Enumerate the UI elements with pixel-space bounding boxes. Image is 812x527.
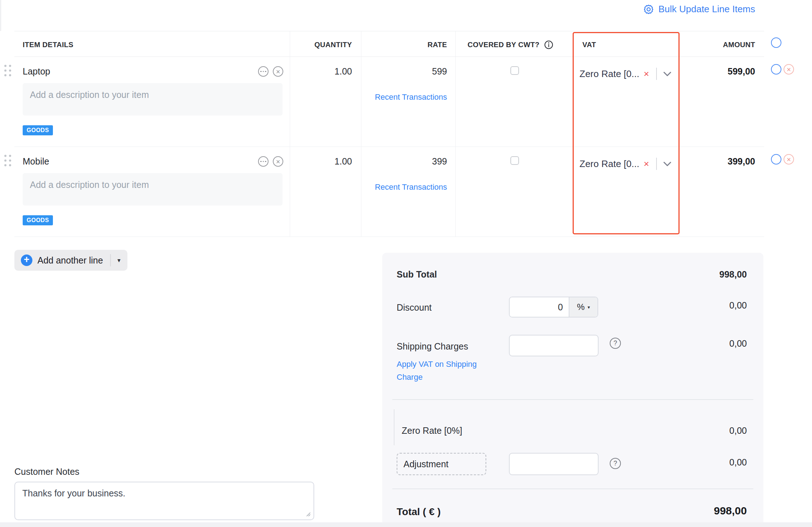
adjustment-label-field[interactable]: Adjustment (397, 453, 486, 475)
quantity-value[interactable]: 1.00 (290, 57, 361, 147)
discount-unit-label: % (577, 302, 585, 312)
covered-by-cwt-cell (455, 147, 574, 237)
add-another-line-button[interactable]: + Add another line ▾ (14, 250, 127, 271)
chevron-down-icon[interactable] (663, 162, 671, 168)
rate-value[interactable]: 599 (432, 66, 447, 77)
discount-unit-dropdown[interactable]: % ▾ (569, 297, 597, 317)
row-delete-icon[interactable]: × (784, 64, 794, 75)
item-remove-icon[interactable]: × (273, 156, 283, 167)
rate-cell: 399 Recent Transactions (361, 147, 455, 237)
line-item-row-mobile: Mobile × GOODS 1.00 399 Recent Transacti… (14, 147, 764, 237)
table-menu-icon[interactable] (771, 37, 781, 48)
vat-clear-icon[interactable]: × (644, 69, 649, 78)
drag-handle-icon[interactable] (4, 155, 14, 169)
header-covered-by-cwt-label: COVERED BY CWT? (468, 41, 540, 57)
item-menu-icon[interactable] (258, 66, 269, 77)
item-description-input[interactable] (23, 83, 283, 116)
quantity-value[interactable]: 1.00 (290, 147, 361, 237)
discount-label: Discount (397, 302, 432, 313)
adjustment-amount: 0,00 (729, 457, 747, 468)
item-details-cell: Mobile × GOODS (14, 147, 290, 237)
add-another-line-label: Add another line (37, 255, 103, 266)
item-details-cell: Laptop × GOODS (14, 57, 290, 147)
rate-value[interactable]: 399 (432, 156, 447, 167)
amount-value: 599,00 (679, 57, 764, 147)
plus-icon: + (21, 255, 32, 266)
item-description-input[interactable] (23, 173, 283, 206)
tax-row-amount: 0,00 (729, 425, 747, 436)
header-covered-by-cwt: COVERED BY CWT? (455, 31, 574, 57)
vat-select[interactable]: Zero Rate [0... × (579, 158, 671, 170)
add-line-dropdown-toggle[interactable]: ▾ (111, 250, 127, 271)
tax-section-border (394, 409, 394, 445)
row-menu-icon[interactable] (771, 64, 781, 75)
row-actions: × (771, 64, 794, 75)
shipping-charges-input[interactable] (509, 335, 599, 356)
shipping-amount: 0,00 (729, 338, 747, 349)
item-remove-icon[interactable]: × (273, 66, 283, 77)
cwt-checkbox[interactable] (510, 156, 519, 165)
header-rate: RATE (361, 31, 455, 57)
drag-handle-icon[interactable] (4, 65, 14, 79)
shipping-charges-label: Shipping Charges (397, 341, 468, 352)
apply-vat-on-shipping-link[interactable]: Apply VAT on Shipping Charge (397, 358, 487, 384)
bulk-update-label: Bulk Update Line Items (658, 4, 755, 15)
row-menu-icon[interactable] (771, 154, 781, 165)
total-amount: 998,00 (714, 505, 747, 517)
chevron-down-icon[interactable] (663, 72, 671, 78)
row-delete-icon[interactable]: × (784, 154, 794, 165)
caret-down-icon: ▾ (117, 257, 121, 264)
ellipsis-icon (260, 71, 266, 72)
vat-chip-divider (656, 68, 657, 80)
header-amount: AMOUNT (679, 31, 764, 57)
item-type-badge: GOODS (23, 215, 53, 225)
vat-value[interactable]: Zero Rate [0... (579, 158, 639, 170)
question-icon[interactable]: ? (610, 338, 621, 349)
total-label: Total ( € ) (397, 506, 441, 518)
cwt-checkbox[interactable] (510, 66, 519, 75)
discount-input-group: % ▾ (509, 297, 598, 317)
vat-cell: Zero Rate [0... × (574, 57, 679, 147)
adjustment-input[interactable] (509, 453, 599, 475)
caret-down-icon: ▾ (587, 305, 590, 310)
discount-input[interactable] (510, 297, 569, 317)
item-name[interactable]: Laptop (23, 66, 258, 77)
table-header-row: ITEM DETAILS QUANTITY RATE COVERED BY CW… (14, 31, 764, 57)
bulk-update-line-items-button[interactable]: Bulk Update Line Items (643, 4, 755, 15)
covered-by-cwt-cell (455, 57, 574, 147)
vat-chip-divider (656, 158, 657, 170)
page-left-border (0, 0, 1, 31)
recent-transactions-link[interactable]: Recent Transactions (375, 93, 447, 102)
sub-total-amount: 998,00 (719, 269, 747, 280)
summary-divider (392, 399, 753, 400)
invoice-line-items-screen: Bulk Update Line Items ITEM DETAILS QUAN… (0, 0, 812, 527)
info-icon[interactable] (544, 40, 554, 57)
summary-divider (392, 488, 753, 489)
add-another-line-main[interactable]: + Add another line (14, 255, 110, 266)
gear-icon (643, 4, 654, 15)
sub-total-label: Sub Total (397, 269, 437, 280)
customer-notes-label: Customer Notes (14, 467, 80, 477)
header-vat: VAT (574, 31, 679, 57)
ellipsis-icon (260, 161, 266, 162)
line-items-table: ITEM DETAILS QUANTITY RATE COVERED BY CW… (14, 31, 764, 237)
row-actions: × (771, 154, 794, 165)
table-header-actions (771, 37, 781, 48)
rate-cell: 599 Recent Transactions (361, 57, 455, 147)
discount-amount: 0,00 (729, 300, 747, 311)
vat-clear-icon[interactable]: × (644, 159, 649, 168)
vat-select[interactable]: Zero Rate [0... × (579, 68, 671, 80)
bottom-strip (0, 522, 812, 527)
item-name[interactable]: Mobile (23, 156, 258, 167)
vat-value[interactable]: Zero Rate [0... (579, 68, 639, 80)
invoice-summary-panel: Sub Total 998,00 Discount % ▾ 0,00 Shipp… (382, 253, 763, 527)
item-menu-icon[interactable] (258, 156, 269, 167)
tax-row-label: Zero Rate [0%] (402, 425, 462, 436)
amount-value: 399,00 (679, 147, 764, 237)
header-quantity: QUANTITY (290, 31, 361, 57)
question-icon[interactable]: ? (610, 458, 621, 469)
line-item-row-laptop: Laptop × GOODS 1.00 599 Recent Transacti… (14, 57, 764, 147)
customer-notes-input[interactable]: Thanks for your business. (14, 482, 314, 520)
vat-cell: Zero Rate [0... × (574, 147, 679, 237)
recent-transactions-link[interactable]: Recent Transactions (375, 183, 447, 192)
